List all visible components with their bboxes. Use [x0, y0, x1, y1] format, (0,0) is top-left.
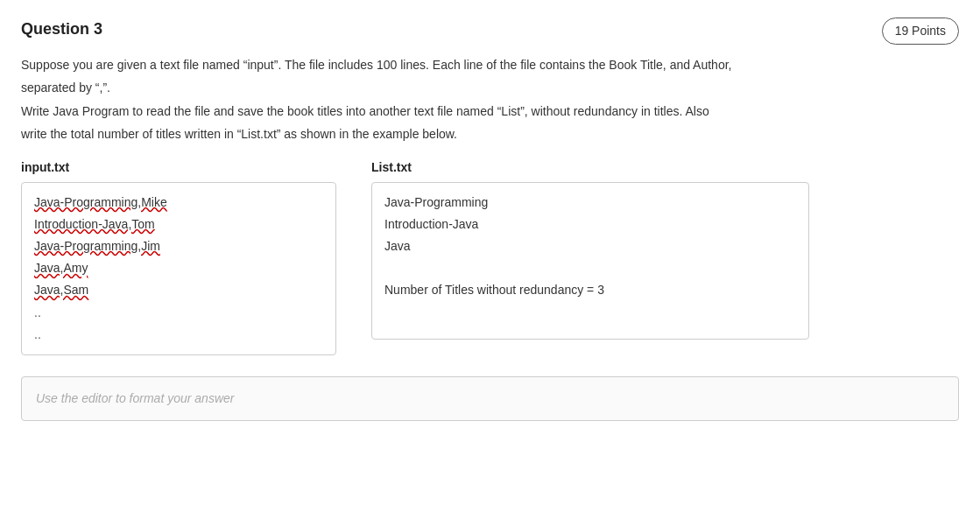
points-badge: 19 Points: [882, 18, 959, 45]
input-line-1: Java-Programming,Mike: [34, 192, 323, 214]
list-line-3: Java: [384, 235, 796, 257]
description-line1: Suppose you are given a text file named …: [21, 55, 959, 74]
input-line-3: Java-Programming,Jim: [34, 235, 323, 257]
list-file-content: Java-Programming Introduction-Java Java …: [371, 182, 809, 340]
question-title: Question 3: [21, 18, 102, 41]
input-line-4: Java,Amy: [34, 257, 323, 279]
list-file-label: List.txt: [371, 158, 809, 177]
page-container: Question 3 19 Points Suppose you are giv…: [0, 0, 980, 438]
answer-editor[interactable]: Use the editor to format your answer: [21, 376, 959, 421]
list-blank-line: [384, 257, 796, 279]
input-file-label: input.txt: [21, 158, 336, 177]
input-file-content: Java-Programming,Mike Introduction-Java,…: [21, 182, 336, 355]
list-line-1: Java-Programming: [384, 192, 796, 214]
list-file-box: List.txt Java-Programming Introduction-J…: [371, 158, 809, 355]
input-dots-2: ..: [34, 324, 323, 346]
examples-section: input.txt Java-Programming,Mike Introduc…: [21, 158, 959, 355]
description-line4: write the total number of titles written…: [21, 124, 959, 144]
input-file-box: input.txt Java-Programming,Mike Introduc…: [21, 158, 336, 355]
list-summary: Number of Titles without redundancy = 3: [384, 279, 796, 301]
question-header: Question 3 19 Points: [21, 18, 959, 45]
list-line-2: Introduction-Java: [384, 214, 796, 235]
answer-editor-placeholder: Use the editor to format your answer: [36, 391, 234, 405]
description-line2: separated by “,”.: [21, 78, 959, 97]
description-line3: Write Java Program to read the file and …: [21, 102, 959, 121]
input-line-5: Java,Sam: [34, 279, 323, 301]
input-dots-1: ..: [34, 302, 323, 324]
input-line-2: Introduction-Java,Tom: [34, 214, 323, 235]
